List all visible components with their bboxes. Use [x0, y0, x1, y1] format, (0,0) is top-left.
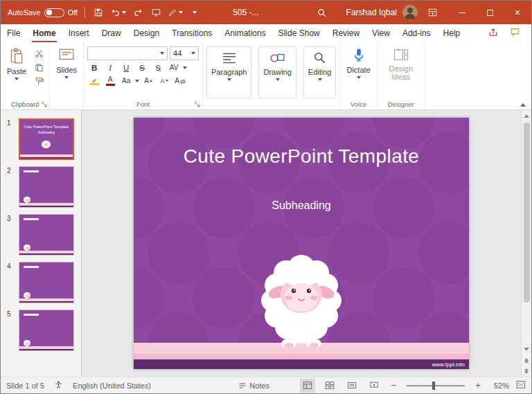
next-slide-button[interactable]	[522, 366, 531, 377]
underline-button[interactable]: U	[119, 62, 133, 73]
slide-thumbnail-1[interactable]: Cute PowerPoint Template Subheading	[19, 118, 74, 160]
editing-button[interactable]: Editing	[303, 46, 337, 98]
comments-icon[interactable]	[510, 27, 520, 39]
redo-icon[interactable]	[132, 4, 144, 21]
ribbon-group-slides: Slides	[50, 42, 84, 109]
close-button[interactable]: ×	[504, 1, 531, 24]
slide-thumbnail-3[interactable]	[19, 214, 74, 256]
slideshow-view-icon[interactable]	[366, 379, 382, 393]
increase-font-size-button[interactable]: A	[141, 75, 155, 87]
tab-slide-show[interactable]: Slide Show	[272, 24, 326, 42]
slide-row-1: 1 Cute PowerPoint Template Subheading	[1, 118, 81, 160]
tab-file[interactable]: File	[1, 24, 26, 42]
decrease-font-size-button[interactable]: A	[157, 75, 171, 87]
zoom-in-button[interactable]: +	[473, 380, 483, 391]
autosave-label: AutoSave	[8, 8, 41, 17]
sheep-thumbnail-icon	[24, 340, 30, 346]
reading-view-icon[interactable]	[344, 379, 360, 393]
share-icon[interactable]	[488, 27, 499, 40]
change-case-button[interactable]: Aa	[119, 75, 133, 87]
collapse-ribbon-icon[interactable]	[520, 103, 526, 107]
paste-button[interactable]: Paste	[3, 44, 30, 100]
highlighter-icon	[91, 77, 98, 82]
paste-dropdown-chevron-icon[interactable]	[15, 78, 19, 80]
language-indicator[interactable]: English (United States)	[73, 382, 151, 390]
ribbon-display-options-icon[interactable]	[426, 4, 438, 21]
footer-link[interactable]: www.fppt.info	[432, 361, 465, 368]
dictate-button[interactable]: Dictate	[342, 44, 374, 100]
tab-draw[interactable]: Draw	[96, 24, 127, 42]
slide-sorter-view-icon[interactable]	[322, 379, 337, 393]
format-painter-icon[interactable]	[32, 76, 46, 87]
quick-access-customize-icon[interactable]	[188, 4, 201, 21]
undo-icon[interactable]	[110, 4, 126, 21]
search-icon[interactable]	[316, 4, 328, 21]
slides-dropdown-chevron-icon[interactable]	[64, 76, 69, 79]
current-slide[interactable]: Cute PowerPoint Template Subheading	[134, 118, 469, 369]
strikethrough-button[interactable]: S	[135, 62, 149, 73]
vertical-scrollbar[interactable]	[521, 110, 531, 377]
italic-button[interactable]: I	[103, 62, 117, 73]
notes-button[interactable]: Notes	[238, 382, 269, 390]
character-spacing-chevron-icon[interactable]	[183, 66, 187, 69]
scroll-down-button[interactable]	[522, 343, 531, 355]
tab-help[interactable]: Help	[437, 24, 467, 42]
font-dialog-launcher-icon[interactable]	[195, 102, 200, 107]
tab-add-ins[interactable]: Add-ins	[396, 24, 437, 42]
zoom-out-button[interactable]: −	[389, 380, 398, 391]
avatar[interactable]	[402, 5, 418, 20]
tab-animations[interactable]: Animations	[218, 24, 272, 42]
tab-review[interactable]: Review	[326, 24, 366, 42]
bold-button[interactable]: B	[87, 62, 101, 73]
clear-formatting-button[interactable]: A	[173, 75, 187, 87]
tab-view[interactable]: View	[366, 24, 396, 42]
scrollbar-thumb[interactable]	[524, 123, 530, 303]
font-size-select[interactable]: 44	[170, 46, 199, 60]
slide-indicator[interactable]: Slide 1 of 5	[6, 382, 44, 390]
document-title: 505 -...	[233, 8, 258, 17]
accessibility-icon[interactable]	[54, 380, 63, 391]
font-color-button[interactable]: A	[103, 75, 117, 87]
maximize-button[interactable]	[476, 1, 504, 24]
slides-button[interactable]: Slides	[52, 44, 81, 100]
drawing-button[interactable]: Drawing	[258, 46, 296, 98]
previous-slide-button[interactable]	[522, 355, 531, 366]
pen-icon[interactable]	[168, 4, 183, 21]
tab-design[interactable]: Design	[127, 24, 166, 42]
fit-slide-to-window-icon[interactable]	[516, 380, 526, 391]
slide-thumbnail-4[interactable]	[19, 262, 74, 303]
slide-thumbnail-2[interactable]	[19, 166, 74, 208]
tab-insert[interactable]: Insert	[62, 24, 96, 42]
tab-transitions[interactable]: Transitions	[166, 24, 218, 42]
font-name-chevron-icon	[160, 52, 164, 55]
tab-home[interactable]: Home	[26, 24, 62, 42]
zoom-level[interactable]: 52%	[490, 382, 509, 390]
text-highlight-button[interactable]	[87, 75, 101, 87]
font-size-chevron-icon	[191, 52, 195, 55]
sheep-thumbnail-icon	[24, 292, 30, 298]
zoom-slider[interactable]	[407, 385, 465, 386]
start-slideshow-icon[interactable]	[150, 4, 162, 21]
minimize-button[interactable]	[448, 1, 476, 24]
autosave-toggle[interactable]: AutoSave Off	[8, 8, 78, 17]
ribbon-group-font: 44 B I U S S AV A Aa A A	[84, 42, 203, 109]
text-shadow-button[interactable]: S	[151, 62, 165, 73]
scroll-up-button[interactable]	[522, 110, 531, 121]
paragraph-button[interactable]: Paragraph	[206, 46, 251, 98]
font-name-select[interactable]	[87, 46, 168, 60]
design-ideas-button[interactable]: Design Ideas	[380, 44, 423, 100]
normal-view-icon[interactable]	[300, 379, 315, 393]
slide-title[interactable]: Cute PowerPoint Template	[134, 145, 469, 168]
zoom-slider-thumb[interactable]	[432, 382, 435, 390]
paragraph-icon	[222, 51, 237, 66]
character-spacing-button[interactable]: AV	[167, 62, 181, 73]
change-case-chevron-icon[interactable]	[135, 80, 139, 82]
slide-thumbnail-5[interactable]	[19, 310, 74, 351]
cut-icon[interactable]	[32, 48, 46, 59]
user-name[interactable]: Farshad Iqbal	[346, 8, 397, 17]
slide-subtitle[interactable]: Subheading	[134, 199, 469, 212]
copy-icon[interactable]	[32, 62, 46, 73]
slide-canvas[interactable]: Cute PowerPoint Template Subheading	[82, 110, 521, 377]
clipboard-dialog-launcher-icon[interactable]	[42, 102, 47, 107]
save-icon[interactable]	[92, 4, 105, 21]
